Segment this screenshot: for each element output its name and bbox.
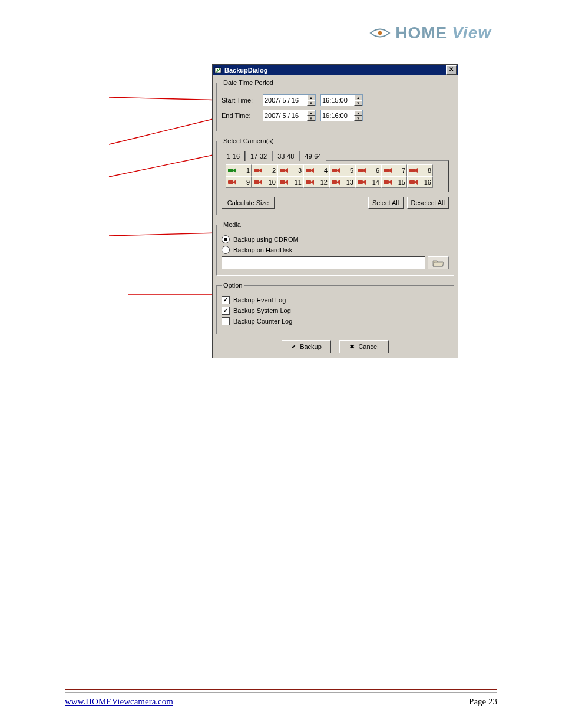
counter-log-label: Backup Counter Log [233, 318, 292, 325]
radio-backup-harddisk[interactable]: Backup on HardDisk [222, 246, 449, 254]
legend-cameras: Select Camera(s) [222, 137, 276, 144]
svg-rect-15 [228, 180, 233, 184]
brand-home: HOME [395, 24, 447, 42]
camera-tabs: 1-16 17-32 33-48 49-64 12345678910111213… [222, 150, 449, 192]
camera-cell-13[interactable]: 13 [329, 176, 355, 188]
spin-down-icon[interactable]: ▼ [354, 116, 362, 121]
camera-number: 1 [243, 167, 250, 174]
svg-point-0 [378, 31, 382, 35]
legend-media: Media [222, 221, 243, 228]
check-backup-event-log[interactable]: Backup Event Log [222, 296, 449, 304]
end-time-label: End Time: [222, 112, 258, 119]
spin-down-icon[interactable]: ▼ [307, 100, 315, 106]
svg-line-4 [109, 233, 219, 236]
close-icon[interactable]: ✕ [446, 65, 457, 75]
spin-up-icon[interactable]: ▲ [307, 95, 315, 100]
tab-17-32[interactable]: 17-32 [245, 151, 272, 161]
radio-icon[interactable] [222, 246, 230, 254]
camera-icon [304, 167, 319, 174]
camera-icon [252, 167, 267, 174]
radio-icon[interactable] [222, 235, 230, 243]
camera-cell-12[interactable]: 12 [303, 176, 329, 188]
camera-tab-panel: 12345678910111213141516 [222, 160, 449, 192]
system-log-label: Backup System Log [233, 307, 291, 314]
cancel-button[interactable]: ✖ Cancel [339, 340, 389, 353]
camera-cell-6[interactable]: 6 [355, 164, 381, 176]
camera-cell-4[interactable]: 4 [303, 164, 329, 176]
check-backup-counter-log[interactable]: Backup Counter Log [222, 317, 449, 325]
svg-rect-18 [306, 180, 311, 184]
checkbox-icon[interactable] [222, 317, 230, 325]
spin-up-icon[interactable]: ▲ [307, 110, 315, 116]
spin-down-icon[interactable]: ▼ [354, 100, 362, 106]
spin-up-icon[interactable]: ▲ [354, 110, 362, 116]
camera-cell-9[interactable]: 9 [226, 176, 252, 188]
camera-number: 16 [424, 179, 431, 186]
end-date-input[interactable] [263, 111, 307, 120]
camera-icon [382, 167, 397, 174]
camera-cell-8[interactable]: 8 [407, 164, 433, 176]
camera-icon [408, 167, 423, 174]
camera-cell-7[interactable]: 7 [381, 164, 407, 176]
backup-button-label: Backup [300, 343, 322, 350]
camera-icon [278, 179, 293, 186]
check-icon: ✔ [291, 343, 296, 351]
camera-cell-5[interactable]: 5 [329, 164, 355, 176]
backup-button[interactable]: ✔ Backup [282, 340, 331, 353]
camera-cell-15[interactable]: 15 [381, 176, 407, 188]
camera-icon [382, 179, 397, 186]
camera-icon [356, 179, 371, 186]
camera-number: 14 [372, 179, 379, 186]
deselect-all-button[interactable]: Deselect All [407, 197, 449, 209]
camera-icon [356, 167, 371, 174]
spin-up-icon[interactable]: ▲ [354, 95, 362, 100]
start-date-spinner[interactable]: ▲▼ [263, 94, 316, 106]
backup-dialog: BackupDialog ✕ Date Time Period Start Ti… [212, 64, 458, 358]
backup-path-input[interactable] [222, 256, 425, 269]
check-backup-system-log[interactable]: Backup System Log [222, 307, 449, 315]
tab-33-48[interactable]: 33-48 [272, 151, 299, 161]
camera-cell-1[interactable]: 1 [226, 164, 252, 176]
svg-rect-19 [332, 180, 337, 184]
svg-rect-14 [409, 169, 415, 172]
end-date-spinner[interactable]: ▲▼ [263, 110, 316, 121]
svg-line-2 [109, 117, 223, 144]
end-time-input[interactable] [321, 111, 354, 120]
radio-backup-cdrom[interactable]: Backup using CDROM [222, 235, 449, 243]
camera-number: 6 [372, 167, 379, 174]
group-option: Option Backup Event Log Backup System Lo… [216, 282, 454, 334]
camera-number: 5 [346, 167, 353, 174]
camera-cell-2[interactable]: 2 [252, 164, 277, 176]
svg-line-3 [109, 153, 222, 177]
camera-cell-3[interactable]: 3 [277, 164, 303, 176]
camera-number: 7 [398, 167, 405, 174]
svg-rect-10 [306, 169, 311, 172]
checkbox-icon[interactable] [222, 296, 230, 304]
browse-button[interactable] [428, 256, 449, 269]
start-time-input[interactable] [321, 95, 354, 105]
camera-icon [304, 179, 319, 186]
camera-number: 8 [424, 167, 431, 174]
logo-eye-icon [369, 27, 391, 39]
camera-cell-14[interactable]: 14 [355, 176, 381, 188]
tab-1-16[interactable]: 1-16 [222, 151, 245, 161]
page-footer: www.HOMEViewcamera.com Page 23 [65, 689, 497, 707]
start-time-spinner[interactable]: ▲▼ [320, 94, 363, 106]
camera-cell-10[interactable]: 10 [252, 176, 277, 188]
camera-cell-11[interactable]: 11 [277, 176, 303, 188]
footer-url-link[interactable]: www.HOMEViewcamera.com [65, 697, 173, 707]
tab-49-64[interactable]: 49-64 [299, 151, 326, 161]
dialog-title: BackupDialog [224, 67, 446, 74]
app-icon [214, 66, 222, 74]
camera-cell-16[interactable]: 16 [407, 176, 433, 188]
start-date-input[interactable] [263, 95, 307, 105]
svg-line-1 [109, 97, 225, 100]
svg-rect-16 [254, 180, 259, 184]
camera-icon [226, 179, 242, 186]
spin-down-icon[interactable]: ▼ [307, 116, 315, 121]
checkbox-icon[interactable] [222, 307, 230, 315]
calculate-size-button[interactable]: Calculate Size [222, 197, 275, 209]
titlebar[interactable]: BackupDialog ✕ [213, 65, 458, 75]
select-all-button[interactable]: Select All [368, 197, 404, 209]
end-time-spinner[interactable]: ▲▼ [320, 110, 363, 121]
